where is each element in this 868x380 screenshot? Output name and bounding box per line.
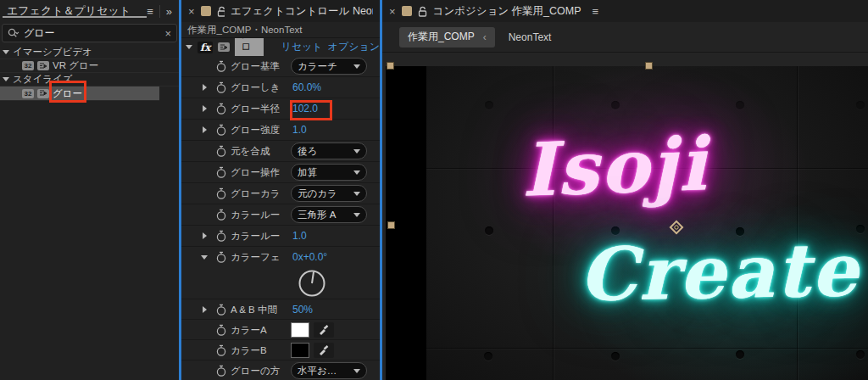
close-icon[interactable]: × — [389, 6, 396, 17]
chevron-down-icon — [353, 213, 360, 217]
panel-menu-icon[interactable]: ≡ — [147, 5, 153, 18]
ab-midpoint-value[interactable]: 50% — [292, 304, 313, 316]
angle-dial[interactable] — [298, 269, 326, 298]
effect-label: VR グロー — [53, 59, 98, 72]
color-a-swatch[interactable] — [291, 322, 309, 338]
glow-based-on-dropdown[interactable]: カラーチ — [291, 58, 367, 75]
glow-colors-dropdown[interactable]: 元のカラ — [291, 185, 367, 202]
lock-icon[interactable] — [418, 6, 427, 17]
panel-divider[interactable] — [179, 0, 181, 380]
anchor-point-icon[interactable] — [666, 217, 687, 238]
bit-depth-icon: 32 — [22, 61, 34, 70]
property-row-glow-operation: グロー操作 加算 — [181, 162, 380, 183]
wall-tie-hole — [611, 101, 620, 109]
layer-handle-top-center[interactable] — [645, 62, 653, 70]
reset-button[interactable]: リセット — [281, 40, 322, 54]
expander-icon[interactable] — [203, 232, 207, 239]
property-label: 元を合成 — [231, 145, 292, 158]
tree-category-immersive-video[interactable]: イマーシブビデオ — [0, 46, 179, 59]
property-label: グローカラ — [231, 187, 292, 200]
stopwatch-icon[interactable] — [215, 145, 227, 158]
stopwatch-icon[interactable] — [215, 187, 227, 200]
stopwatch-icon[interactable] — [215, 304, 227, 316]
dropdown-value: 三角形 A — [298, 209, 350, 221]
tree-item-vr-glow[interactable]: 32 VR グロー — [0, 59, 179, 73]
lock-icon[interactable] — [217, 6, 225, 17]
stopwatch-icon[interactable] — [215, 230, 227, 243]
after-effects-window: エフェクト＆プリセット ≡ » グロー × イマーシブビデオ 32 — [0, 0, 868, 380]
property-row-glow-colors: グローカラ 元のカラ — [181, 183, 380, 204]
color-phase-dial-row — [181, 268, 380, 299]
stopwatch-icon[interactable] — [215, 251, 227, 264]
stopwatch-icon[interactable] — [215, 124, 227, 137]
stopwatch-icon[interactable] — [215, 324, 227, 337]
stopwatch-icon[interactable] — [215, 209, 227, 221]
tree-category-stylize[interactable]: スタイライズ — [0, 73, 179, 87]
options-button[interactable]: オプション — [328, 40, 380, 54]
wall-seam — [426, 348, 868, 349]
close-icon[interactable]: × — [188, 6, 195, 17]
panel-divider[interactable] — [380, 0, 382, 380]
chevron-down-icon — [353, 170, 360, 175]
breadcrumb-current-layer[interactable]: NeonText — [509, 31, 552, 43]
search-value[interactable]: グロー — [24, 26, 161, 41]
property-label: カラーフェ — [231, 251, 292, 264]
accelerated-effect-icon — [37, 61, 49, 70]
stopwatch-icon[interactable] — [215, 166, 227, 179]
eyedropper-icon — [318, 345, 330, 355]
color-b-swatch[interactable] — [291, 343, 309, 358]
glow-threshold-value[interactable]: 60.0% — [292, 81, 321, 93]
chevron-down-icon[interactable] — [186, 45, 192, 49]
color-phase-value[interactable]: 0x+0.0° — [292, 251, 327, 263]
glow-operation-dropdown[interactable]: 加算 — [291, 164, 367, 181]
composition-viewport[interactable]: Isoji Create — [382, 53, 868, 380]
panel-color-icon — [201, 6, 211, 16]
property-label: グロー基準 — [231, 60, 292, 73]
collapse-panel-icon[interactable]: » — [166, 5, 172, 18]
property-row-color-b: カラーB — [181, 340, 380, 360]
tab-effect-controls[interactable]: エフェクトコントロール NeonText — [231, 4, 373, 19]
property-row-glow-based-on: グロー基準 カラーチ — [181, 56, 380, 77]
stopwatch-icon[interactable] — [215, 365, 227, 377]
expander-icon[interactable] — [203, 84, 207, 91]
layer-handle-left-center[interactable] — [387, 221, 395, 229]
concrete-wall-background — [426, 66, 868, 380]
breadcrumb-comp-button[interactable]: 作業用_COMP ‹ — [399, 27, 495, 48]
fx-icon[interactable]: fx — [198, 42, 213, 53]
chevron-down-icon[interactable] — [3, 50, 9, 54]
composite-original-dropdown[interactable]: 後ろ — [291, 142, 367, 159]
tab-composition[interactable]: コンポジション 作業用_COMP — [433, 4, 581, 19]
panel-menu-icon[interactable]: ≡ — [593, 5, 599, 18]
property-label: グローしき — [231, 81, 292, 94]
stopwatch-icon[interactable] — [215, 103, 227, 115]
color-looping-dropdown[interactable]: 三角形 A — [291, 206, 367, 223]
layer-handle-top-left[interactable] — [387, 62, 394, 70]
accelerated-effect-icon — [37, 89, 49, 98]
stopwatch-icon[interactable] — [215, 344, 227, 357]
property-row-color-phase: カラーフェ 0x+0.0° — [181, 247, 380, 268]
effect-header-glow[interactable]: fx グロー リセット オプション — [181, 38, 380, 56]
glow-intensity-value[interactable]: 1.0 — [292, 124, 307, 136]
color-loops-value[interactable]: 1.0 — [292, 230, 307, 242]
property-row-glow-radius: グロー半径 102.0 — [181, 98, 380, 120]
effect-name-label[interactable]: グロー — [235, 38, 264, 56]
expander-icon[interactable] — [203, 306, 207, 313]
effect-controls-breadcrumb: 作業用_COMP・NeonText — [181, 22, 380, 38]
color-a-eyedropper[interactable] — [314, 322, 334, 338]
glow-dimensions-dropdown[interactable]: 水平お… — [291, 362, 367, 379]
wall-seam — [797, 66, 798, 380]
property-label: カラールー — [231, 209, 292, 221]
search-input[interactable]: グロー × — [2, 24, 177, 42]
chevron-down-icon[interactable] — [3, 77, 9, 81]
color-b-eyedropper[interactable] — [314, 343, 334, 358]
expander-icon[interactable] — [203, 105, 207, 112]
property-label: A & B 中間 — [231, 304, 292, 316]
stopwatch-icon[interactable] — [215, 60, 227, 73]
clear-search-icon[interactable]: × — [164, 28, 171, 39]
stopwatch-icon[interactable] — [215, 81, 227, 94]
composition-panel: × コンポジション 作業用_COMP ≡ 作業用_COMP ‹ NeonText — [382, 0, 868, 380]
dropdown-value: 水平お… — [298, 365, 350, 377]
chevron-down-icon[interactable] — [201, 255, 208, 260]
expander-icon[interactable] — [203, 126, 207, 133]
property-label: グロー操作 — [231, 166, 292, 179]
